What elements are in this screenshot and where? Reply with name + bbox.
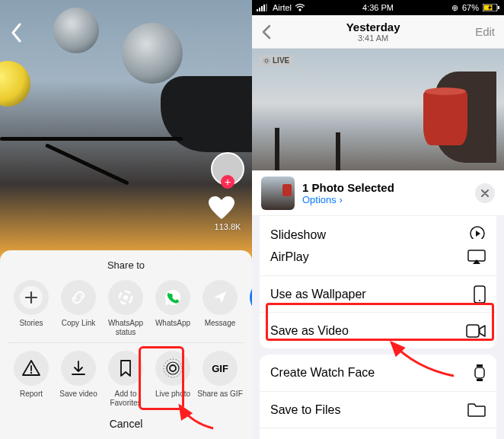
video-background: 113.8K xyxy=(0,0,252,259)
gif-icon: GIF xyxy=(203,351,238,386)
creator-avatar[interactable] xyxy=(211,152,244,186)
airplay-icon xyxy=(467,250,486,265)
action-add-favorites[interactable]: Add to Favorites xyxy=(102,351,149,407)
live-badge: LIVE xyxy=(258,55,294,66)
report-icon xyxy=(14,351,49,386)
bookmark-icon xyxy=(108,351,143,386)
svg-rect-7 xyxy=(257,9,258,11)
actions-scroll[interactable]: Slideshow AirPlay Use as Wallpaper Save … xyxy=(252,216,504,439)
like-count: 113.8K xyxy=(208,222,247,231)
svg-point-20 xyxy=(479,300,480,301)
status-bar: Airtel 4:36 PM ⊕ 67% xyxy=(252,0,504,15)
chevron-right-icon: › xyxy=(339,194,342,205)
cancel-button[interactable]: Cancel xyxy=(0,410,252,431)
action-group-2: Create Watch Face Save to Files Assign t… xyxy=(260,355,496,439)
action-save-to-files[interactable]: Save to Files xyxy=(260,391,496,428)
watch-icon xyxy=(474,364,486,382)
phone-icon xyxy=(474,285,486,304)
whatsapp-status-icon xyxy=(108,280,143,315)
share-stories[interactable]: Stories xyxy=(8,280,55,336)
svg-point-16 xyxy=(263,58,270,64)
clock: 4:36 PM xyxy=(362,3,394,12)
nav-bar: Yesterday 3:41 AM Edit xyxy=(252,15,504,49)
svg-point-3 xyxy=(30,372,32,374)
share-whatsapp[interactable]: WhatsApp xyxy=(149,280,196,336)
svg-rect-14 xyxy=(498,6,499,9)
svg-rect-23 xyxy=(477,364,483,367)
svg-rect-22 xyxy=(475,367,484,378)
download-icon xyxy=(61,351,96,386)
photo-preview[interactable]: LIVE xyxy=(252,49,504,170)
svg-point-1 xyxy=(123,295,128,300)
svg-rect-18 xyxy=(468,250,485,261)
share-row-actions: Report Save video Add to Favorites Live … xyxy=(0,349,252,410)
svg-rect-10 xyxy=(263,5,265,11)
photos-screen: Airtel 4:36 PM ⊕ 67% Yesterday 3:41 AM E… xyxy=(252,0,504,439)
carrier-label: Airtel xyxy=(273,3,292,12)
share-sheet: Share to Stories Copy Link WhatsApp stat… xyxy=(0,250,252,439)
video-side-rail: 113.8K xyxy=(208,152,247,231)
action-save-as-video[interactable]: Save as Video xyxy=(260,312,496,348)
action-share-gif[interactable]: GIF Share as GIF xyxy=(196,351,244,407)
play-circle-icon xyxy=(469,225,486,239)
action-save-video[interactable]: Save video xyxy=(55,351,102,407)
back-button[interactable] xyxy=(11,23,23,43)
share-facebook[interactable]: Fa xyxy=(244,280,252,336)
svg-rect-11 xyxy=(266,4,267,11)
share-whatsapp-status[interactable]: WhatsApp status xyxy=(102,280,149,336)
action-slideshow[interactable]: Slideshow xyxy=(260,216,496,239)
svg-point-15 xyxy=(265,59,268,62)
share-copy-link[interactable]: Copy Link xyxy=(55,280,102,336)
close-button[interactable] xyxy=(475,183,495,203)
action-live-photo[interactable]: Live photo xyxy=(149,351,196,407)
action-report[interactable]: Report xyxy=(8,351,55,407)
svg-rect-9 xyxy=(261,6,263,11)
nav-title: Yesterday 3:41 AM xyxy=(346,21,400,43)
whatsapp-icon xyxy=(155,280,190,315)
svg-rect-8 xyxy=(259,8,260,11)
live-photo-icon xyxy=(155,351,190,386)
selection-thumbnail xyxy=(261,177,295,210)
share-header: 1 Photo Selected Options › xyxy=(252,170,504,216)
folder-icon xyxy=(467,403,486,417)
options-link[interactable]: Options › xyxy=(302,194,394,205)
action-group-1: Slideshow AirPlay Use as Wallpaper Save … xyxy=(260,216,496,348)
share-message[interactable]: Message xyxy=(196,280,244,336)
send-icon xyxy=(203,280,238,315)
selection-title: 1 Photo Selected xyxy=(302,181,394,194)
tiktok-screen: 113.8K Share to Stories Copy Link WhatsA… xyxy=(0,0,252,439)
signal-icon xyxy=(257,4,269,11)
link-icon xyxy=(61,280,96,315)
battery-pct: 67% xyxy=(462,3,479,12)
nav-back[interactable] xyxy=(261,24,271,40)
battery-icon xyxy=(483,4,499,11)
svg-point-4 xyxy=(170,365,176,371)
svg-rect-21 xyxy=(467,325,479,337)
action-wallpaper[interactable]: Use as Wallpaper xyxy=(260,275,496,312)
action-airplay[interactable]: AirPlay xyxy=(260,239,496,275)
share-title: Share to xyxy=(0,259,252,271)
svg-point-5 xyxy=(167,362,179,374)
like-button[interactable] xyxy=(208,196,247,221)
action-create-watch-face[interactable]: Create Watch Face xyxy=(260,355,496,391)
video-icon xyxy=(466,324,486,338)
action-assign-contact[interactable]: Assign to Contact xyxy=(260,428,496,439)
nav-edit[interactable]: Edit xyxy=(475,25,495,38)
svg-rect-24 xyxy=(477,379,483,381)
wifi-icon xyxy=(295,4,305,11)
share-row-apps: Stories Copy Link WhatsApp status WhatsA… xyxy=(0,278,252,339)
